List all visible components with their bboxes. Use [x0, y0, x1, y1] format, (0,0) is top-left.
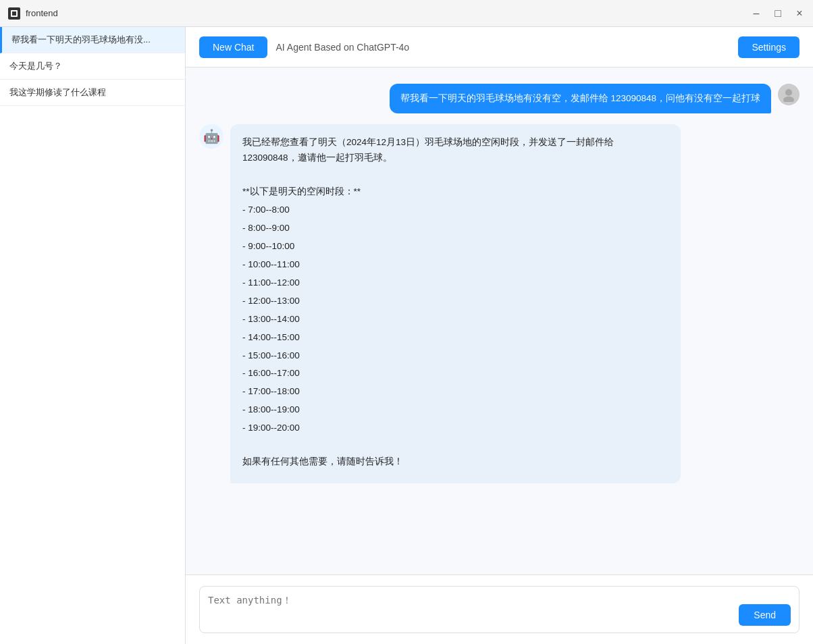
- svg-point-0: [785, 89, 792, 96]
- ai-slot-2: - 8:00--9:00: [242, 221, 668, 236]
- sidebar: 帮我看一下明天的羽毛球场地有没... 今天是几号？ 我这学期修读了什么课程: [0, 27, 186, 644]
- ai-text-line-2: **以下是明天的空闲时段：**: [242, 184, 668, 200]
- sidebar-item-0[interactable]: 帮我看一下明天的羽毛球场地有没...: [0, 27, 185, 53]
- ai-slot-7: - 13:00--14:00: [242, 312, 668, 327]
- ai-slot-5: - 11:00--12:00: [242, 275, 668, 291]
- header: New Chat AI Agent Based on ChatGPT-4o Se…: [186, 27, 813, 68]
- app-logo-icon: [8, 7, 20, 20]
- chat-area: 帮我看一下明天的羽毛球场地有没有空，发邮件给 123090848，问他有没有空一…: [186, 68, 813, 574]
- main-panel: New Chat AI Agent Based on ChatGPT-4o Se…: [186, 27, 813, 644]
- ai-message-0: 🤖 我已经帮您查看了明天（2024年12月13日）羽毛球场地的空闲时段，并发送了…: [199, 124, 799, 483]
- header-left: New Chat AI Agent Based on ChatGPT-4o: [199, 36, 409, 58]
- input-area: Send: [186, 574, 813, 644]
- titlebar: frontend – □ ×: [0, 0, 813, 27]
- user-message-0: 帮我看一下明天的羽毛球场地有没有空，发邮件给 123090848，问他有没有空一…: [199, 84, 799, 113]
- ai-slot-4: - 10:00--11:00: [242, 257, 668, 273]
- ai-slot-9: - 15:00--16:00: [242, 348, 668, 364]
- titlebar-controls: – □ ×: [751, 8, 805, 19]
- ai-slot-8: - 14:00--15:00: [242, 330, 668, 346]
- maximize-button[interactable]: □: [772, 8, 783, 19]
- titlebar-left: frontend: [8, 7, 58, 20]
- app-title: frontend: [26, 8, 58, 18]
- ai-bubble-0: 我已经帮您查看了明天（2024年12月13日）羽毛球场地的空闲时段，并发送了一封…: [230, 124, 681, 483]
- ai-slot-1: - 7:00--8:00: [242, 203, 668, 218]
- ai-slot-6: - 12:00--13:00: [242, 294, 668, 309]
- app-body: 帮我看一下明天的羽毛球场地有没... 今天是几号？ 我这学期修读了什么课程 Ne…: [0, 27, 813, 644]
- header-subtitle: AI Agent Based on ChatGPT-4o: [276, 42, 409, 53]
- input-container: Send: [199, 586, 799, 633]
- ai-slot-11: - 17:00--18:00: [242, 384, 668, 400]
- chat-input[interactable]: [208, 593, 732, 627]
- minimize-button[interactable]: –: [751, 8, 762, 19]
- ai-avatar: 🤖: [199, 124, 224, 149]
- send-button[interactable]: Send: [739, 604, 791, 626]
- user-bubble-0: 帮我看一下明天的羽毛球场地有没有空，发邮件给 123090848，问他有没有空一…: [390, 84, 771, 113]
- sidebar-item-2[interactable]: 我这学期修读了什么课程: [0, 80, 185, 106]
- new-chat-button[interactable]: New Chat: [199, 36, 267, 58]
- settings-button[interactable]: Settings: [738, 36, 799, 58]
- ai-text-line-1: 我已经帮您查看了明天（2024年12月13日）羽毛球场地的空闲时段，并发送了一封…: [242, 135, 668, 166]
- ai-slot-13: - 19:00--20:00: [242, 421, 668, 436]
- sidebar-item-1[interactable]: 今天是几号？: [0, 53, 185, 80]
- ai-slot-10: - 16:00--17:00: [242, 366, 668, 381]
- svg-point-1: [783, 97, 794, 102]
- ai-slot-12: - 18:00--19:00: [242, 402, 668, 418]
- ai-text-closing: 如果有任何其他需要，请随时告诉我！: [242, 454, 668, 470]
- ai-slot-3: - 9:00--10:00: [242, 239, 668, 254]
- close-button[interactable]: ×: [794, 8, 805, 19]
- user-avatar: [778, 84, 799, 105]
